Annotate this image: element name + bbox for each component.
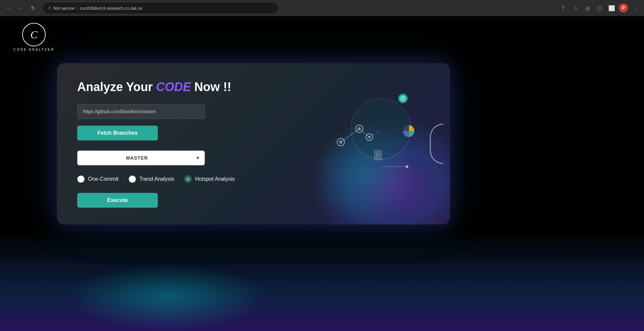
share-button[interactable]: ⭡: [559, 3, 568, 13]
svg-point-4: [403, 125, 415, 137]
main-heading: Analyze Your CODE Now !!: [77, 80, 430, 94]
logo-letter: C: [30, 29, 37, 41]
svg-point-5: [337, 138, 344, 146]
radio-input-hotspot-analysis[interactable]: [184, 175, 192, 183]
radio-trend-analysis[interactable]: Trend Analysis: [129, 175, 174, 183]
svg-point-3: [400, 95, 406, 101]
extensions-button[interactable]: ⬡: [595, 3, 604, 13]
card-glow: [309, 117, 450, 224]
menu-button[interactable]: ⋮: [631, 3, 640, 13]
svg-point-19: [406, 165, 408, 168]
user-avatar[interactable]: P: [619, 4, 628, 12]
svg-line-13: [369, 130, 381, 137]
url-input-wrapper: [77, 104, 205, 119]
logo-text: CODE ANALYZER: [13, 48, 54, 51]
heading-code: CODE: [156, 80, 191, 94]
bookmark-button[interactable]: ☆: [571, 3, 580, 13]
url-display: csci5308vm3.research.cs.dal.ca: [80, 6, 142, 11]
browser-chrome: ← → ↻ ⚠ Not secure | csci5308vm3.researc…: [0, 0, 644, 16]
bottom-glow-teal: [67, 264, 269, 331]
heading-prefix: Analyze Your: [77, 80, 156, 94]
execute-button[interactable]: Execute: [77, 193, 158, 208]
svg-rect-14: [374, 151, 382, 160]
svg-point-9: [366, 134, 373, 140]
radio-one-commit[interactable]: One-Commit: [77, 175, 119, 183]
svg-point-7: [356, 125, 363, 132]
security-warning-icon: ⚠: [48, 6, 51, 10]
logo-area: C CODE ANALYZER: [13, 23, 54, 51]
svg-point-10: [368, 136, 371, 138]
svg-point-0: [351, 98, 411, 159]
heading-suffix: Now !!: [191, 80, 231, 94]
reload-button[interactable]: ↻: [28, 3, 38, 13]
branch-select-wrapper: MASTER DEVELOP MAIN ▼: [77, 151, 205, 165]
radio-input-one-commit[interactable]: [77, 175, 85, 183]
card-glow-teal: [316, 124, 416, 224]
profile-button[interactable]: ◎: [583, 3, 592, 13]
svg-point-2: [398, 94, 408, 103]
svg-line-11: [341, 129, 359, 142]
forward-button[interactable]: →: [16, 3, 26, 13]
url-input[interactable]: [77, 104, 205, 119]
radio-label-one-commit: One-Commit: [88, 176, 119, 182]
svg-point-6: [339, 140, 342, 144]
radio-group: One-Commit Trend Analysis Hotspot Analys…: [77, 175, 430, 183]
main-card: Analyze Your CODE Now !! Fetch Branches …: [57, 63, 450, 224]
fetch-branches-button[interactable]: Fetch Branches: [77, 126, 158, 140]
radio-label-trend-analysis: Trend Analysis: [139, 176, 174, 182]
browser-actions: ⭡ ☆ ◎ ⬡ ⬜ P ⋮: [559, 3, 640, 13]
page-body: C CODE ANALYZER: [0, 16, 644, 331]
logo-circle: C: [22, 23, 46, 46]
svg-line-12: [359, 129, 369, 137]
branch-select[interactable]: MASTER DEVELOP MAIN: [77, 151, 205, 165]
security-label: Not secure: [53, 6, 75, 11]
radio-input-trend-analysis[interactable]: [129, 175, 136, 183]
svg-point-8: [358, 127, 361, 130]
address-bar: ⚠ Not secure | csci5308vm3.research.cs.d…: [43, 3, 278, 13]
svg-point-1: [352, 99, 411, 158]
radio-hotspot-analysis[interactable]: Hotspot Analysis: [184, 175, 235, 183]
back-button[interactable]: ←: [4, 3, 13, 13]
split-screen-button[interactable]: ⬜: [607, 3, 616, 13]
radio-label-hotspot-analysis: Hotspot Analysis: [195, 176, 235, 182]
curved-shape: [430, 124, 443, 164]
bottom-glow: [0, 230, 644, 331]
